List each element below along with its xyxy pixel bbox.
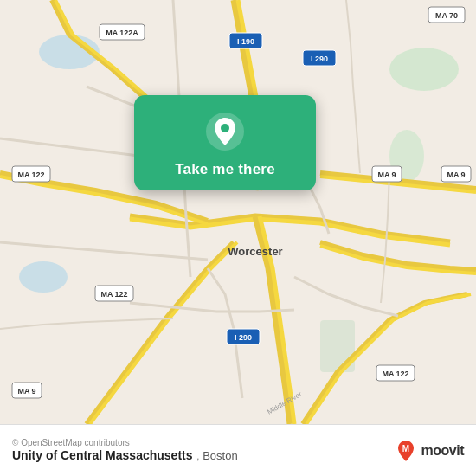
svg-text:MA 9: MA 9 xyxy=(447,170,465,179)
svg-point-2 xyxy=(19,261,68,293)
map-svg: MA 70 MA 122A I 190 I 290 MA 9 MA 9 MA 1… xyxy=(0,0,476,424)
svg-point-31 xyxy=(221,124,229,132)
svg-text:MA 9: MA 9 xyxy=(377,170,396,179)
location-name: Unity of Central Massachusetts xyxy=(12,448,193,462)
moovit-brand-text: moovit xyxy=(421,443,464,459)
location-name-group: Unity of Central Massachusetts , Boston xyxy=(12,447,238,463)
svg-text:I 290: I 290 xyxy=(311,55,328,63)
moovit-icon: M xyxy=(394,439,418,463)
svg-text:MA 122: MA 122 xyxy=(100,290,127,299)
moovit-logo: M moovit xyxy=(394,439,464,463)
attribution-text: © OpenStreetMap contributors xyxy=(12,438,238,447)
location-pin-icon xyxy=(204,111,246,152)
location-card[interactable]: Take me there xyxy=(134,95,316,190)
svg-text:MA 122: MA 122 xyxy=(17,170,44,179)
take-me-there-label: Take me there xyxy=(175,161,275,178)
svg-text:MA 122: MA 122 xyxy=(382,370,408,378)
map-container: MA 70 MA 122A I 190 I 290 MA 9 MA 9 MA 1… xyxy=(0,0,476,424)
location-info: © OpenStreetMap contributors Unity of Ce… xyxy=(12,438,238,463)
location-city: Boston xyxy=(203,449,237,462)
svg-text:Worcester: Worcester xyxy=(228,245,282,258)
svg-text:I 290: I 290 xyxy=(235,333,252,342)
svg-text:M: M xyxy=(402,444,408,453)
svg-text:MA 9: MA 9 xyxy=(17,387,35,396)
svg-text:MA 70: MA 70 xyxy=(435,11,458,20)
svg-point-3 xyxy=(389,48,459,91)
bottom-bar: © OpenStreetMap contributors Unity of Ce… xyxy=(0,424,476,476)
svg-text:MA 122A: MA 122A xyxy=(106,29,138,37)
svg-text:I 190: I 190 xyxy=(237,37,254,46)
